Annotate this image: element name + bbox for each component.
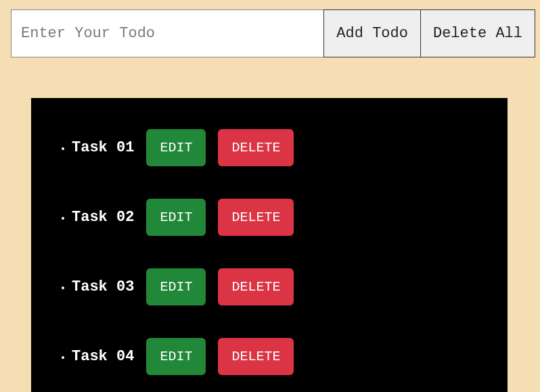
task-label: Task 01	[72, 139, 134, 156]
todo-item: Task 01EDITDELETE	[72, 129, 508, 166]
task-label: Task 04	[72, 348, 134, 365]
todo-item: Task 03EDITDELETE	[72, 268, 508, 305]
edit-button[interactable]: EDIT	[146, 338, 206, 375]
todo-item-row: Task 02EDITDELETE	[72, 199, 508, 236]
edit-button[interactable]: EDIT	[146, 199, 206, 236]
delete-button[interactable]: DELETE	[218, 338, 294, 375]
edit-button[interactable]: EDIT	[146, 268, 206, 305]
todo-item: Task 04EDITDELETE	[72, 338, 508, 375]
todo-input[interactable]	[11, 9, 324, 57]
input-bar: Add Todo Delete All	[11, 9, 535, 57]
todo-list: Task 01EDITDELETETask 02EDITDELETETask 0…	[72, 129, 508, 375]
delete-button[interactable]: DELETE	[218, 129, 294, 166]
task-label: Task 03	[72, 278, 134, 295]
todo-list-panel: Task 01EDITDELETETask 02EDITDELETETask 0…	[31, 98, 508, 392]
delete-button[interactable]: DELETE	[218, 199, 294, 236]
todo-item-row: Task 01EDITDELETE	[72, 129, 508, 166]
delete-button[interactable]: DELETE	[218, 268, 294, 305]
add-todo-button[interactable]: Add Todo	[323, 9, 421, 57]
task-label: Task 02	[72, 209, 134, 226]
todo-item: Task 02EDITDELETE	[72, 199, 508, 236]
edit-button[interactable]: EDIT	[146, 129, 206, 166]
todo-item-row: Task 04EDITDELETE	[72, 338, 508, 375]
todo-item-row: Task 03EDITDELETE	[72, 268, 508, 305]
delete-all-button[interactable]: Delete All	[420, 9, 535, 57]
